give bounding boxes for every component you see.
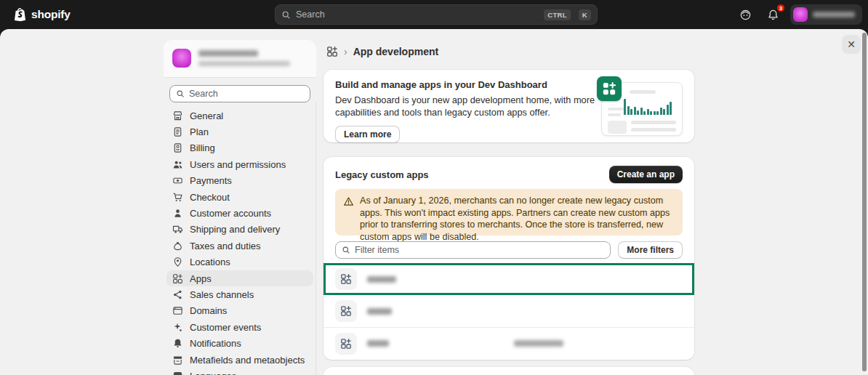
store-icon [172, 110, 183, 121]
sidebar-item-label: Apps [190, 273, 212, 284]
cart-icon [172, 192, 183, 203]
settings-search-input[interactable]: Search [169, 85, 310, 102]
domains-icon [172, 305, 183, 316]
apps-icon [172, 273, 183, 284]
dev-dashboard-card: Build and manage apps in your Dev Dashbo… [324, 70, 694, 142]
apps-plus-icon [340, 338, 352, 350]
notifications-button[interactable]: 3 [763, 4, 783, 25]
sidebar-item-label: Notifications [190, 338, 241, 349]
sidebar-item-payments[interactable]: Payments [166, 173, 313, 189]
shopify-wordmark: shopify [31, 8, 71, 21]
payments-icon [172, 175, 183, 186]
sidebar-item-general[interactable]: General [166, 108, 313, 124]
more-filters-button[interactable]: More filters [618, 241, 683, 259]
apps-plus-icon[interactable] [326, 46, 338, 57]
warning-icon [343, 196, 354, 207]
sidebar-item-customer-accounts[interactable]: Customer accounts [166, 205, 313, 221]
channels-icon [172, 289, 183, 300]
languages-icon: A [172, 371, 183, 375]
dev-dashboard-illustration [597, 76, 683, 136]
topbar: shopify Search CTRL K 3 [0, 0, 868, 29]
warning-text: As of January 1, 2026, merchants can no … [360, 195, 675, 230]
store-avatar [172, 49, 191, 68]
sidebar-item-label: Billing [190, 142, 215, 153]
store-profile[interactable] [164, 40, 316, 78]
support-button[interactable] [735, 4, 755, 25]
app-row-1-highlighted[interactable] [324, 263, 694, 295]
user-menu[interactable] [790, 4, 862, 25]
topbar-actions: 3 [735, 0, 862, 29]
sidebar-item-notifications[interactable]: Notifications [166, 335, 313, 351]
next-card-partial [324, 367, 694, 375]
settings-sidebar: Search GeneralPlanBillingUsers and permi… [164, 40, 316, 375]
person-icon [172, 208, 183, 219]
scrollbar[interactable] [862, 33, 867, 371]
settings-search-placeholder: Search [189, 89, 218, 99]
events-icon [172, 322, 183, 333]
close-icon: ✕ [847, 39, 856, 49]
global-search-input[interactable]: Search CTRL K [275, 4, 598, 25]
dev-dashboard-body: Dev Dashboard is your new app developmen… [335, 94, 606, 119]
mini-chart-bar [656, 111, 659, 115]
shopify-bag-icon [13, 7, 27, 23]
app-name-redacted [367, 308, 392, 315]
close-button[interactable]: ✕ [842, 35, 861, 54]
mini-chart-bar [663, 109, 665, 115]
sidebar-item-users-and-permissions[interactable]: Users and permissions [166, 156, 313, 172]
mini-chart-bar [643, 111, 646, 115]
app-status-redacted [514, 340, 563, 347]
store-name-redacted [198, 50, 258, 57]
create-app-button[interactable]: Create an app [609, 166, 683, 183]
app-row-3[interactable] [324, 327, 694, 359]
search-icon [342, 246, 350, 254]
apps-plus-icon [602, 81, 616, 96]
sidebar-item-shipping-and-delivery[interactable]: Shipping and delivery [166, 222, 313, 238]
filter-placeholder: Filter items [355, 245, 399, 255]
billing-icon [172, 142, 183, 153]
sidebar-item-label: Sales channels [190, 289, 254, 300]
user-avatar [793, 7, 808, 22]
sidebar-item-metafields-and-metaobjects[interactable]: Metafields and metaobjects [166, 352, 313, 368]
bell-icon [172, 338, 183, 349]
sidebar-item-label: Languages [190, 371, 236, 375]
truck-icon [172, 224, 183, 235]
sidebar-item-label: Domains [190, 305, 227, 316]
sidebar-item-label: Locations [190, 257, 230, 267]
mini-chart-bar [624, 99, 626, 115]
filter-items-input[interactable]: Filter items [335, 241, 611, 259]
sidebar-item-plan[interactable]: Plan [166, 124, 313, 140]
search-icon [281, 10, 291, 20]
app-name-redacted [367, 276, 396, 283]
sidebar-item-billing[interactable]: Billing [166, 140, 313, 156]
taxes-icon [172, 241, 183, 251]
sidebar-item-domains[interactable]: Domains [166, 303, 313, 319]
pin-icon [172, 257, 183, 267]
settings-nav: GeneralPlanBillingUsers and permissionsP… [166, 108, 313, 375]
settings-modal: ✕ Search GeneralPlanBillingUsers and per… [0, 29, 868, 375]
legacy-custom-apps-card: Legacy custom apps Create an app As of J… [324, 157, 694, 360]
kbd-k: K [579, 9, 591, 20]
app-tile [335, 268, 357, 290]
mini-chart-bar [634, 107, 636, 115]
sidebar-item-checkout[interactable]: Checkout [166, 189, 313, 205]
warning-banner: As of January 1, 2026, merchants can no … [335, 189, 683, 235]
plan-icon [172, 126, 183, 137]
apps-plus-icon [340, 273, 352, 285]
sidebar-item-apps[interactable]: Apps [166, 270, 313, 286]
sidebar-item-customer-events[interactable]: Customer events [166, 319, 313, 335]
sidebar-item-locations[interactable]: Locations [166, 254, 313, 270]
learn-more-button[interactable]: Learn more [335, 126, 400, 143]
sidebar-item-sales-channels[interactable]: Sales channels [166, 286, 313, 302]
sidebar-item-label: Customer accounts [190, 208, 271, 219]
mini-chart-bar [667, 105, 669, 115]
app-row-2[interactable] [324, 295, 694, 327]
sidebar-item-label: Users and permissions [190, 159, 286, 170]
sidebar-item-taxes-and-duties[interactable]: Taxes and duties [166, 238, 313, 254]
settings-content: › App development Build and manage apps … [324, 40, 694, 375]
app-name-redacted [367, 340, 389, 347]
legacy-card-title: Legacy custom apps [335, 169, 429, 180]
sidebar-item-label: Plan [190, 126, 209, 137]
apps-plus-icon [340, 305, 352, 317]
sidebar-item-languages[interactable]: ALanguages [166, 368, 313, 375]
breadcrumb: › App development [326, 44, 694, 60]
